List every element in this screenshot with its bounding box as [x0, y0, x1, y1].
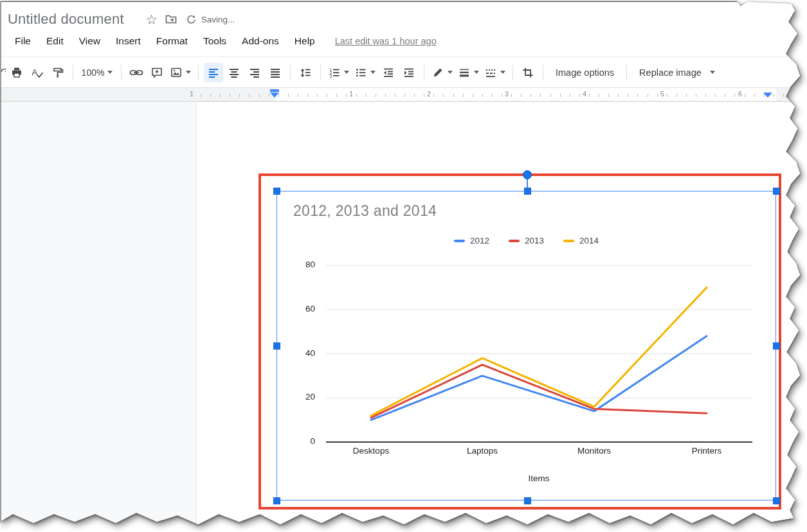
chevron-down-icon — [448, 71, 453, 74]
toolbar-divider — [512, 65, 513, 80]
header: Untitled document ☆ Saving... File Edit … — [1, 2, 807, 57]
line-weight-icon[interactable] — [456, 63, 481, 82]
increase-indent-icon[interactable] — [399, 63, 419, 82]
numbered-list-icon[interactable]: 123 — [326, 63, 351, 82]
chevron-down-icon — [500, 71, 505, 74]
print-icon[interactable] — [7, 63, 26, 82]
chevron-down-icon — [107, 71, 113, 74]
ruler: 1 1 2 3 4 5 6 — [1, 88, 807, 102]
saving-status: Saving... — [186, 14, 235, 25]
bulleted-list-icon[interactable] — [352, 63, 377, 82]
resize-handle-top-middle[interactable] — [524, 188, 531, 195]
left-indent-marker[interactable] — [270, 89, 279, 98]
border-dash-icon[interactable] — [482, 63, 507, 82]
menu-view[interactable]: View — [72, 33, 107, 49]
justify-icon[interactable] — [266, 63, 285, 82]
replace-image-button[interactable]: Replace image — [632, 63, 717, 82]
document-title[interactable]: Untitled document — [8, 11, 124, 28]
toolbar-divider — [121, 65, 122, 80]
sync-icon — [186, 14, 197, 25]
right-indent-marker[interactable] — [763, 93, 772, 98]
resize-handle-bottom-right[interactable] — [773, 497, 780, 504]
toolbar-divider — [543, 65, 543, 80]
add-comment-icon[interactable] — [147, 63, 167, 82]
chevron-down-icon — [186, 71, 191, 74]
menu-addons[interactable]: Add-ons — [235, 33, 286, 49]
chevron-down-icon — [370, 71, 376, 74]
border-color-icon[interactable] — [430, 63, 455, 82]
redo-icon[interactable]: ↷ — [1, 66, 6, 79]
toolbar-divider — [626, 65, 627, 80]
crop-icon[interactable] — [518, 63, 538, 82]
ruler-number: 4 — [583, 90, 586, 98]
spellcheck-icon[interactable]: A — [28, 63, 47, 82]
resize-handle-middle-right[interactable] — [773, 342, 780, 350]
toolbar: ↷ A 100% — [1, 57, 807, 88]
resize-handle-top-left[interactable] — [273, 188, 280, 195]
toolbar-divider — [73, 65, 73, 80]
menu-insert[interactable]: Insert — [109, 33, 148, 49]
image-selection-border — [277, 191, 776, 501]
align-left-icon[interactable] — [204, 63, 223, 82]
decrease-indent-icon[interactable] — [379, 63, 398, 82]
toolbar-divider — [320, 65, 321, 80]
svg-text:3: 3 — [330, 74, 332, 78]
move-folder-icon[interactable] — [161, 10, 181, 29]
resize-handle-bottom-middle[interactable] — [524, 497, 531, 504]
last-edit-link[interactable]: Last edit was 1 hour ago — [335, 36, 437, 46]
google-docs-window: Untitled document ☆ Saving... File Edit … — [0, 0, 807, 532]
align-center-icon[interactable] — [224, 63, 244, 82]
menu-help[interactable]: Help — [287, 33, 322, 49]
image-options-button[interactable]: Image options — [549, 63, 621, 82]
chevron-down-icon — [710, 71, 715, 74]
ruler-number: 2 — [427, 90, 431, 98]
ruler-margin-number: 1 — [190, 90, 194, 98]
resize-handle-bottom-left[interactable] — [273, 497, 280, 504]
menu-edit[interactable]: Edit — [39, 33, 71, 49]
star-icon[interactable]: ☆ — [142, 10, 161, 29]
toolbar-divider — [198, 65, 199, 80]
ruler-number: 3 — [505, 90, 509, 98]
ruler-number: 6 — [738, 90, 742, 98]
rotation-handle[interactable] — [523, 170, 532, 179]
zoom-select[interactable]: 100% — [78, 63, 116, 82]
resize-handle-top-right[interactable] — [773, 188, 780, 195]
ruler-ticks — [201, 94, 794, 97]
menu-file[interactable]: File — [8, 33, 38, 49]
toolbar-divider — [424, 65, 424, 80]
menu-format[interactable]: Format — [149, 33, 195, 49]
paint-format-icon[interactable] — [48, 63, 68, 82]
align-right-icon[interactable] — [245, 63, 264, 82]
svg-text:A: A — [32, 67, 38, 76]
line-spacing-icon[interactable] — [296, 63, 315, 82]
menu-tools[interactable]: Tools — [196, 33, 233, 49]
toolbar-divider — [290, 65, 291, 80]
chevron-down-icon — [344, 71, 349, 74]
insert-image-icon[interactable] — [168, 63, 193, 82]
menu-bar: File Edit View Insert Format Tools Add-o… — [1, 30, 807, 52]
resize-handle-middle-left[interactable] — [273, 342, 280, 350]
insert-link-icon[interactable] — [127, 63, 146, 82]
ruler-number: 5 — [660, 90, 664, 98]
title-row: Untitled document ☆ Saving... — [1, 2, 807, 30]
chevron-down-icon — [474, 71, 479, 74]
ruler-number: 1 — [349, 90, 353, 98]
